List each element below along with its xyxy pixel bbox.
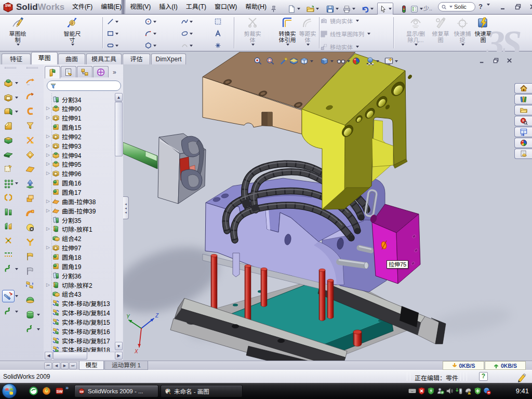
feature-manager-tab[interactable] (61, 66, 76, 77)
panel-splitter-handle[interactable]: ◂◂◂ (123, 196, 129, 219)
sketch-tool-button[interactable] (144, 30, 156, 37)
expand-arrow-icon[interactable]: ▷ (45, 245, 51, 250)
left-toolbar-button[interactable] (24, 90, 42, 103)
tray-icon[interactable] (427, 387, 435, 395)
command-button[interactable]: 转换实体引用 (277, 16, 298, 46)
left-toolbar-button[interactable] (2, 191, 20, 204)
taskbar-clock[interactable]: 9:41 (516, 383, 529, 399)
net-upload-widget[interactable]: 0KB/S (485, 361, 526, 370)
model-3d-view[interactable]: Y Z X (123, 52, 532, 361)
tree-item[interactable]: ▷拉伸97 (44, 243, 81, 252)
part-guide-peg-purple[interactable] (233, 253, 240, 277)
help-dropdown-icon[interactable] (486, 6, 490, 13)
search-dropdown-icon[interactable] (449, 6, 453, 8)
left-toolbar-button[interactable] (2, 290, 20, 302)
sketch-tool-button[interactable] (107, 42, 118, 49)
hud-button[interactable] (289, 56, 299, 66)
task-pane-tab[interactable] (514, 116, 532, 126)
tree-scroll-right-button[interactable]: ▶ (115, 352, 123, 360)
help-button[interactable]: ? (478, 3, 483, 10)
restore-button[interactable] (514, 3, 522, 10)
left-toolbar-button[interactable] (24, 105, 42, 117)
doc-tab[interactable]: 运动算例 1 (104, 361, 148, 370)
tree-item[interactable]: ▷拉伸95 (44, 159, 81, 169)
toolbar-button[interactable] (269, 3, 278, 15)
tree-item[interactable]: ▷拉伸96 (44, 169, 81, 178)
menu-item[interactable]: 工具(T) (182, 0, 210, 14)
left-toolbar-button[interactable] (2, 177, 20, 190)
doc-restore-button[interactable] (493, 57, 499, 64)
doc-tab-nav-button[interactable]: ⏭ (69, 362, 77, 369)
toolbar-button[interactable] (410, 3, 423, 15)
expand-arrow-icon[interactable]: ▷ (45, 115, 51, 121)
tree-vscrollbar-thumb[interactable] (115, 102, 123, 156)
tree-item[interactable]: ▷分割36 (44, 271, 81, 280)
tray-icon[interactable] (455, 387, 463, 395)
tree-item[interactable]: ▷实体-移动/复制17 (44, 336, 110, 345)
expand-arrow-icon[interactable]: ▷ (45, 282, 51, 288)
doc-tab[interactable]: 模型 (79, 361, 104, 370)
command-row-button[interactable]: 移动实体 (320, 43, 389, 51)
command-button[interactable]: 快速捕捉 (452, 16, 473, 46)
tree-item[interactable]: ▷实体-移动/复制13 (44, 299, 110, 308)
quick-tips-pencil-icon[interactable] (516, 372, 527, 382)
tree-item[interactable]: ▷拉伸94 (44, 150, 81, 159)
tree-item[interactable]: ▷曲面-拉伸38 (44, 196, 96, 206)
left-toolbar-button[interactable] (24, 294, 42, 307)
doc-minimize-button[interactable] (479, 57, 486, 64)
left-toolbar-button[interactable] (2, 120, 20, 132)
tray-icon[interactable] (464, 387, 472, 395)
left-toolbar-button[interactable] (24, 207, 42, 219)
tree-item[interactable]: ▷曲面-拉伸39 (44, 206, 96, 215)
left-toolbar-button[interactable] (24, 149, 42, 161)
toolbar-button[interactable] (342, 3, 355, 15)
start-button[interactable] (1, 383, 18, 399)
tree-item[interactable]: ▷切除-放样1 (44, 224, 92, 234)
hud-button[interactable] (351, 56, 361, 66)
sketch-tool-button[interactable] (107, 18, 118, 25)
left-toolbar-button[interactable] (24, 221, 42, 234)
toolbar-grip[interactable] (26, 67, 38, 69)
left-toolbar-button[interactable] (24, 119, 42, 132)
feature-manager-tab[interactable] (93, 66, 109, 77)
expand-arrow-icon[interactable]: ▷ (45, 170, 51, 176)
left-toolbar-button[interactable] (2, 263, 20, 275)
ribbon-tab[interactable]: 评估 (123, 54, 150, 64)
tree-hscrollbar-thumb[interactable] (53, 352, 87, 360)
tray-icon[interactable] (474, 387, 482, 395)
left-toolbar-button[interactable] (24, 265, 42, 277)
menu-item[interactable]: 插入(I) (155, 0, 181, 14)
close-button[interactable] (529, 3, 532, 10)
tree-item[interactable]: ▷拉伸91 (44, 113, 81, 123)
left-toolbar-button[interactable] (2, 91, 20, 104)
taskbar-button[interactable]: 未命名 - 画图 (161, 385, 243, 397)
toolbar-button[interactable] (361, 3, 374, 15)
ribbon-tab[interactable]: DimXpert (151, 54, 186, 64)
left-toolbar-button[interactable] (24, 163, 42, 176)
task-pane-tab[interactable] (514, 138, 532, 148)
tray-icon[interactable] (436, 387, 444, 395)
tree-item[interactable]: ▷圆角19 (44, 261, 81, 271)
feature-manager-tab[interactable] (77, 66, 92, 77)
expand-arrow-icon[interactable]: ▷ (45, 134, 51, 139)
command-button[interactable]: 剪裁实体 (242, 16, 263, 46)
tree-scroll-left-button[interactable]: ◀ (45, 352, 52, 360)
tray-icon[interactable] (418, 387, 425, 395)
sketch-tool-button[interactable] (214, 18, 222, 25)
tree-item[interactable]: ▷圆角17 (44, 188, 81, 197)
task-pane-tab[interactable] (514, 83, 532, 94)
sketch-tool-button[interactable] (214, 30, 222, 37)
graphics-viewport[interactable]: Y Z X (123, 52, 532, 361)
quick-tip-help-button[interactable]: ? (479, 372, 488, 381)
tree-scroll-down-button[interactable]: ▼ (115, 342, 123, 350)
tray-icon[interactable] (408, 387, 416, 395)
net-download-widget[interactable]: 0KB/S (443, 361, 484, 370)
tree-item[interactable]: ▷圆角15 (44, 123, 81, 132)
hud-button[interactable] (279, 56, 289, 66)
doc-tab-nav-button[interactable]: ◀ (52, 362, 60, 369)
tray-icon[interactable] (483, 387, 491, 395)
tree-item[interactable]: ▷切除-放样2 (44, 280, 92, 289)
sketch-tool-button[interactable] (144, 42, 156, 49)
left-toolbar-button[interactable] (24, 309, 42, 321)
quick-launch-icon[interactable] (42, 387, 51, 395)
